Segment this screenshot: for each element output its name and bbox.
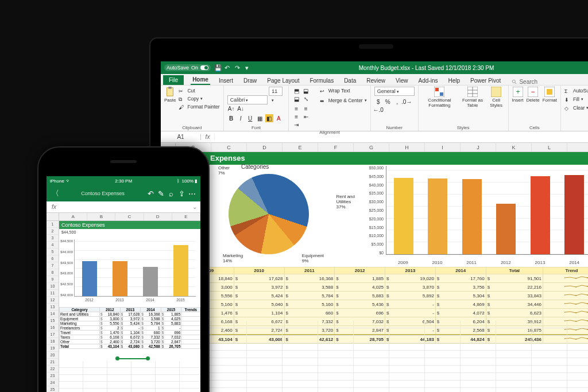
col-header[interactable]: E (283, 143, 318, 152)
align-left-icon[interactable]: ≡ (292, 104, 300, 112)
phone-data-table[interactable]: Category2012201320142015TrendsRent and U… (59, 307, 200, 349)
increase-font-icon[interactable]: A↑ (227, 104, 235, 112)
tell-me-search[interactable]: Search (512, 79, 537, 85)
bar[interactable] (564, 175, 584, 254)
back-icon[interactable]: 〈 (50, 188, 60, 199)
tab-page-layout[interactable]: Page Layout (265, 76, 301, 85)
col-header[interactable]: F (318, 143, 354, 152)
format-painter-button[interactable]: 🖌Format Painter (179, 103, 219, 111)
select-all-corner[interactable] (47, 213, 59, 220)
tab-help[interactable]: Help (446, 76, 462, 85)
conditional-formatting-button[interactable]: Conditional Formatting (422, 87, 457, 108)
search-icon[interactable]: ⌕ (166, 189, 176, 198)
tab-home[interactable]: Home (191, 75, 210, 85)
col-header[interactable]: E (172, 213, 200, 220)
col-header[interactable]: D (247, 143, 283, 152)
col-header[interactable]: B (87, 213, 115, 220)
name-box[interactable]: A1 (161, 134, 201, 140)
selection-handle[interactable] (115, 356, 150, 361)
tab-insert[interactable]: Insert (217, 76, 235, 85)
bar[interactable] (462, 179, 482, 254)
col-header[interactable]: I (425, 143, 461, 152)
cut-button[interactable]: ✂Cut (179, 87, 219, 95)
undo-icon[interactable]: ↶ (225, 64, 231, 71)
delete-cells-button[interactable]: −Delete (527, 87, 540, 103)
fx-icon[interactable]: fx (201, 134, 215, 140)
decrease-font-icon[interactable]: A↓ (237, 104, 245, 112)
clear-button[interactable]: ◇Clear (564, 104, 588, 112)
paste-button[interactable]: Paste (164, 87, 176, 103)
fill-button[interactable]: ⬇Fill (564, 95, 583, 103)
format-cells-button[interactable]: Format (543, 87, 557, 103)
accounting-icon[interactable]: $ (374, 98, 382, 106)
fx-icon[interactable]: fx (47, 204, 61, 210)
insert-cells-button[interactable]: +Insert (512, 87, 524, 103)
bar[interactable] (394, 178, 413, 254)
redo-icon[interactable]: ↷ (235, 64, 242, 71)
bar-chart[interactable]: $50,000$45,000$40,000$35,000$30,000$25,0… (362, 166, 588, 266)
italic-button[interactable]: I (237, 114, 245, 122)
format-as-table-button[interactable]: Format as Table (460, 87, 485, 108)
worksheet[interactable]: B C D E F G H I J K L 123456789101112131… (161, 143, 588, 392)
font-color-button[interactable]: A (274, 114, 283, 122)
font-name-select[interactable]: Calibri (227, 95, 268, 104)
col-header[interactable]: C (115, 213, 144, 220)
indent-decrease-icon[interactable]: ⇤ (302, 112, 310, 121)
qat-dropdown-icon[interactable]: ▾ (245, 64, 252, 71)
align-middle-icon[interactable]: ⬓ (302, 87, 310, 95)
underline-button[interactable]: U (246, 114, 254, 122)
merge-center-button[interactable]: ⬌Merge & Center (320, 96, 367, 104)
border-button[interactable]: ▦ (256, 114, 264, 122)
col-header[interactable]: A (59, 213, 87, 220)
font-size-select[interactable]: 11 (269, 87, 283, 96)
percent-icon[interactable]: % (384, 98, 392, 106)
share-icon[interactable]: ⇪ (176, 189, 187, 198)
comma-icon[interactable]: , (393, 98, 401, 106)
empty-grid[interactable] (59, 361, 200, 392)
align-center-icon[interactable]: ≡ (302, 104, 310, 112)
tab-view[interactable]: View (394, 76, 410, 85)
phone-worksheet[interactable]: 1234567891011121314151617181920212223242… (47, 221, 200, 392)
tab-formulas[interactable]: Formulas (308, 76, 335, 85)
autosum-button[interactable]: ΣAutoSum (564, 87, 588, 95)
col-header[interactable]: L (532, 143, 567, 152)
col-header[interactable]: G (354, 143, 389, 152)
chevron-down-icon[interactable]: ⌄ (189, 204, 200, 210)
tab-file[interactable]: File (163, 75, 184, 85)
wrap-text-button[interactable]: ↩Wrap Text (320, 87, 367, 95)
undo-icon[interactable]: ↶ (145, 189, 156, 198)
empty-grid[interactable] (176, 321, 588, 392)
bar[interactable] (531, 176, 550, 254)
autosave-toggle[interactable]: AutoSave On (164, 64, 211, 71)
increase-decimal-icon[interactable]: .0→ (403, 98, 411, 106)
col-header[interactable]: H (389, 143, 425, 152)
tab-draw[interactable]: Draw (242, 76, 258, 85)
col-header[interactable]: K (496, 143, 532, 152)
more-icon[interactable]: ⋯ (187, 189, 197, 198)
col-header[interactable]: C (211, 143, 247, 152)
tab-data[interactable]: Data (342, 76, 358, 85)
align-top-icon[interactable]: ⬒ (292, 87, 300, 95)
bar-plot[interactable] (74, 239, 196, 297)
orientation-icon[interactable]: ⤡ (302, 95, 310, 103)
tablet-camera-icon (359, 44, 393, 49)
col-header[interactable]: D (144, 213, 172, 220)
align-right-icon[interactable]: ≡ (292, 112, 300, 121)
tab-review[interactable]: Review (365, 76, 387, 85)
bold-button[interactable]: B (227, 114, 235, 122)
align-bottom-icon[interactable]: ⬓ (292, 95, 300, 103)
save-icon[interactable]: 💾 (214, 64, 221, 71)
decrease-decimal-icon[interactable]: ←.0 (374, 106, 382, 114)
col-header[interactable]: J (461, 143, 496, 152)
fill-color-button[interactable]: ◧ (265, 114, 273, 122)
bar[interactable] (496, 204, 516, 254)
pie-chart[interactable]: Categories Other7% Rent andUtilities37% … (218, 166, 345, 266)
bar[interactable] (428, 178, 447, 254)
draw-icon[interactable]: ✎ (156, 189, 166, 198)
tab-power-pivot[interactable]: Power Pivot (469, 76, 502, 85)
number-format-select[interactable]: General (374, 87, 415, 96)
cell-styles-button[interactable]: Cell Styles (488, 87, 505, 108)
copy-button[interactable]: ⧉Copy (179, 95, 219, 103)
indent-increase-icon[interactable]: ⇥ (292, 121, 300, 129)
tab-addins[interactable]: Add-ins (417, 76, 440, 85)
